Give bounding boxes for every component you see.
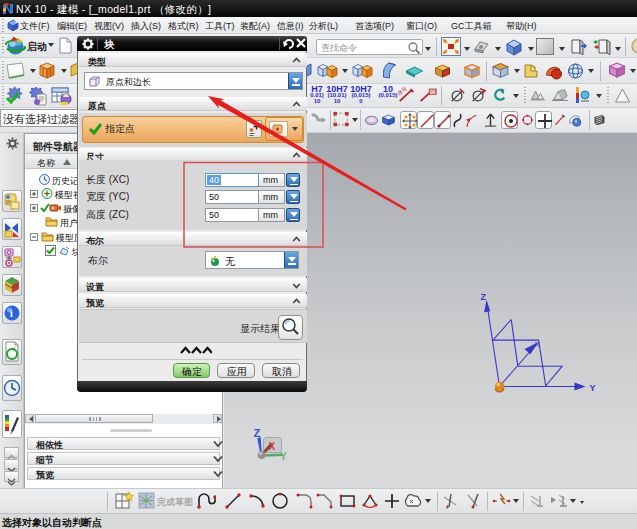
svg-text:Y: Y bbox=[590, 383, 596, 393]
svg-text:Y: Y bbox=[280, 451, 287, 462]
svg-text:i: i bbox=[10, 308, 13, 319]
svg-text:X: X bbox=[269, 441, 276, 452]
svg-text:序号: 序号 bbox=[398, 86, 409, 97]
svg-text:X: X bbox=[535, 340, 541, 349]
svg-text:P注: P注 bbox=[430, 89, 437, 94]
svg-text:Z: Z bbox=[481, 292, 487, 302]
svg-text:Z: Z bbox=[254, 427, 261, 439]
